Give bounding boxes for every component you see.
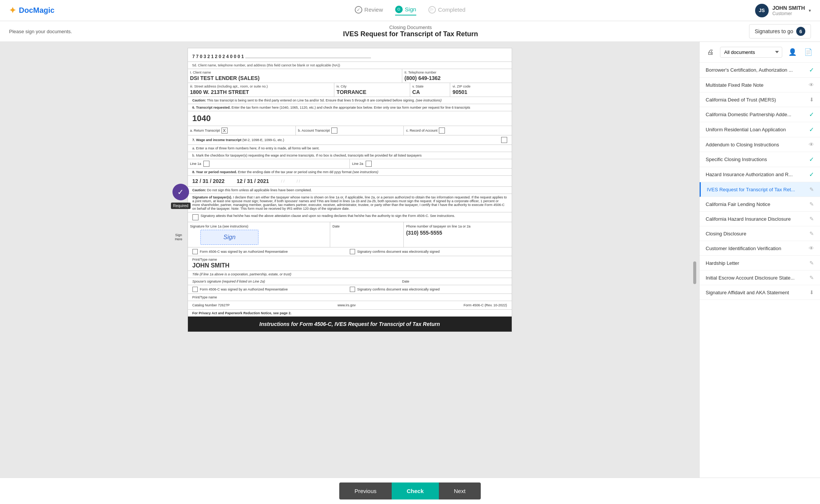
doc-item-icon-edit: ✎ — [809, 274, 814, 281]
doc-list-item-closing-disclosure[interactable]: Closing Disclosure ✎ — [700, 226, 820, 241]
previous-button[interactable]: Previous — [339, 482, 391, 499]
user-menu[interactable]: JS JOHN SMITH Customer ▾ — [755, 4, 811, 17]
print-button[interactable]: 🖨 — [706, 47, 715, 58]
line-checkbox-row: Line 1a Line 2a — [188, 159, 512, 169]
review-icon: ✓ — [355, 6, 362, 14]
date1: 12 / 31 / 2022 — [192, 178, 225, 184]
all-documents-dropdown[interactable]: All documents — [720, 47, 782, 58]
doc-list-item-addendum-closing[interactable]: Addendum to Closing Instructions 👁 — [700, 137, 820, 152]
print-name-value1: JOHN SMITH — [192, 262, 507, 269]
doc-list-item-ca-deed[interactable]: California Deed of Trust (MERS) ⬇ — [700, 92, 820, 107]
doc-page: 7 7 0 3 2 1 2 0 2 4 0 0 0 1 5d. Client n… — [188, 48, 512, 332]
client-name-cell: I. Client name DSI TEST LENDER (SALES) — [188, 69, 402, 83]
bottom-nav: Previous Check Next — [0, 478, 820, 503]
client-name-label: I. Client name — [190, 71, 400, 74]
sign-here-container: SignHere Sign — [190, 230, 328, 245]
form-id: 7 7 0 3 2 1 2 0 2 4 0 0 0 1 — [192, 54, 244, 59]
auth-rep-row1: Form 4506-C was signed by an Authorized … — [188, 247, 512, 256]
header: ✦ DocMagic ✓ Review ⊙ Sign 🏳 Completed J… — [0, 0, 820, 21]
doc-list-item-hazard-auth[interactable]: Hazard Insurance Authorization and R... … — [700, 167, 820, 182]
doc-item-icon-edit: ✎ — [809, 230, 814, 237]
doc-list-item-borrower-cert[interactable]: Borrower's Certification, Authorization … — [700, 63, 820, 78]
line1a-checkbox[interactable] — [203, 161, 209, 167]
doc-list-item-multistate-note[interactable]: Multistate Fixed Rate Note 👁 — [700, 78, 820, 92]
check-button[interactable]: Check — [392, 482, 439, 499]
client-phone-row: I. Client name DSI TEST LENDER (SALES) I… — [188, 69, 512, 83]
doc-list-item-ca-hazard[interactable]: California Hazard Insurance Disclosure ✎ — [700, 212, 820, 226]
doc-list-item-specific-closing[interactable]: Specific Closing Instructions ✓ — [700, 152, 820, 167]
doc-list-item-hardship[interactable]: Hardship Letter ✎ — [700, 256, 820, 270]
auth-rep2-label: Form 4506-C was signed by an Authorized … — [200, 287, 288, 291]
doc-list-item-customer-id[interactable]: Customer Identification Verification 👁 — [700, 241, 820, 256]
sidebar-toolbar: 🖨 All documents 👤 📄 — [700, 42, 820, 63]
state-value: CA — [412, 89, 448, 95]
auth-rep1-cell: Form 4506-C was signed by an Authorized … — [192, 249, 350, 254]
doc-list-item-uniform-residential[interactable]: Uniform Residential Loan Application ✓ — [700, 122, 820, 137]
doc-list-item-initial-escrow[interactable]: Initial Escrow Account Disclosure State.… — [700, 270, 820, 285]
doc-item-name: California Domestic Partnership Adde... — [706, 112, 806, 117]
sign-button[interactable]: Sign — [200, 230, 258, 245]
record-account-checkbox[interactable] — [439, 128, 445, 134]
date-label: Date — [332, 224, 401, 228]
signatures-label: Signatures to go — [755, 28, 793, 34]
user-role: Customer — [772, 11, 805, 16]
return-transcript-cell: a. Return Transcript X — [188, 126, 296, 135]
attestation-checkbox[interactable] — [192, 214, 198, 220]
auth-rep2-checkbox[interactable] — [192, 287, 198, 292]
doc-viewer[interactable]: ✓ Required 7 7 0 3 2 1 2 0 2 4 0 0 0 1 5… — [0, 42, 699, 503]
section7-desc: (W-2, 1098-E, 1099-G, etc.) — [242, 138, 284, 142]
sig-for-line1a: Signature for Line 1a (see instructions)… — [188, 222, 330, 247]
scroll-thumb — [693, 261, 696, 284]
irs-website: www.irs.gov — [338, 303, 356, 307]
avatar: JS — [755, 4, 769, 17]
tab-sign[interactable]: ⊙ Sign — [395, 6, 416, 15]
field-5d-label: 5d. Client name, telephone number, and a… — [188, 62, 512, 69]
doc-item-icon-download: ⬇ — [809, 289, 814, 296]
account-transcript-checkbox[interactable] — [331, 128, 337, 134]
doc-item-icon-check: ✓ — [809, 171, 814, 178]
signatory-section: Signature of taxpayer(s). I declare that… — [188, 194, 512, 212]
tab-completed-label: Completed — [438, 6, 466, 13]
doc-list-item-ca-domestic[interactable]: California Domestic Partnership Adde... … — [700, 107, 820, 122]
auth-rep1-checkbox[interactable] — [192, 249, 198, 254]
logo[interactable]: ✦ DocMagic — [9, 6, 54, 15]
tab-completed[interactable]: 🏳 Completed — [428, 6, 466, 15]
doc-item-name: Closing Disclosure — [706, 231, 806, 237]
form-footer: Catalog Number 72627P www.irs.gov Form 4… — [188, 301, 512, 310]
signatures-count: 6 — [796, 27, 805, 36]
user-info: JOHN SMITH Customer — [772, 5, 805, 16]
sig-row1: Signature for Line 1a (see instructions)… — [188, 222, 512, 247]
electronic-sig2-checkbox[interactable] — [350, 287, 355, 292]
date-cell: Date — [330, 222, 404, 247]
transcript-type-row: a. Return Transcript X b. Account Transc… — [188, 126, 512, 135]
doc-item-name: Uniform Residential Loan Application — [706, 127, 806, 132]
doc-list: Borrower's Certification, Authorization … — [700, 63, 820, 483]
electronic-sig2-label: Signatory confirms document was electron… — [357, 287, 440, 291]
line2a-cell: Line 2a — [350, 159, 512, 168]
doc-list-item-ives-request[interactable]: IVES Request for Transcript of Tax Ret..… — [700, 182, 820, 197]
section7-checkbox[interactable] — [501, 137, 507, 143]
document-icon[interactable]: 📄 — [803, 46, 814, 58]
line2a-checkbox[interactable] — [366, 161, 372, 167]
state-label: v. State — [412, 85, 448, 88]
user-icon[interactable]: 👤 — [787, 46, 798, 58]
logo-star-icon: ✦ — [9, 6, 16, 15]
signatures-badge: Signatures to go 6 — [749, 24, 811, 38]
tab-review[interactable]: ✓ Review — [355, 6, 383, 15]
doc-item-name: Specific Closing Instructions — [706, 157, 806, 162]
next-button[interactable]: Next — [439, 482, 481, 499]
instructions-bar: Instructions for Form 4506-C, IVES Reque… — [188, 317, 512, 332]
viewer-container: ✓ Required 7 7 0 3 2 1 2 0 2 4 0 0 0 1 5… — [184, 48, 516, 332]
doc-list-item-sig-affidavit[interactable]: Signature Affidavit and AKA Statement ⬇ — [700, 285, 820, 300]
electronic-sig1-checkbox[interactable] — [350, 249, 355, 254]
doc-item-icon-eye: 👁 — [809, 81, 814, 88]
zip-label: vi. ZIP code — [452, 85, 509, 88]
print-name-label1: Print/Type name — [192, 258, 507, 261]
form-id-row: 7 7 0 3 2 1 2 0 2 4 0 0 0 1 — [188, 48, 512, 62]
subheader: Please sign your documents. Closing Docu… — [0, 21, 820, 42]
section7-row: 7. Wage and income transcript (W-2, 1098… — [188, 135, 512, 145]
doc-item-name: IVES Request for Transcript of Tax Ret..… — [707, 187, 806, 192]
completed-icon: 🏳 — [428, 6, 436, 14]
doc-list-item-ca-fair-lending[interactable]: California Fair Lending Notice ✎ — [700, 197, 820, 212]
return-transcript-checkbox[interactable]: X — [222, 128, 228, 134]
